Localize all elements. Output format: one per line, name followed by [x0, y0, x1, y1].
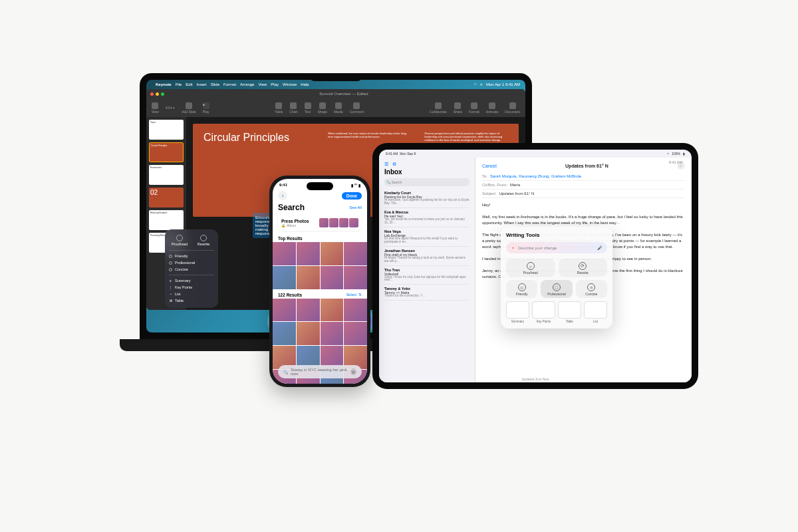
window-maximize-button[interactable] — [161, 92, 164, 96]
concise-button[interactable]: ≡Concise — [576, 280, 607, 298]
concise-option[interactable]: Concise — [169, 266, 214, 273]
photo-thumbnail[interactable] — [321, 266, 344, 289]
results-count-label: 122 Results — [278, 293, 302, 297]
mail-list-item[interactable]: Jonathan BensenFirst draft of my thesisH… — [384, 247, 469, 266]
sidebar-toggle-icon[interactable]: ☰ — [384, 162, 388, 167]
app-name[interactable]: Keynote — [156, 82, 172, 86]
clear-search-button[interactable]: ✕ — [350, 368, 356, 375]
photo-thumbnail[interactable] — [344, 266, 367, 289]
photo-thumbnail[interactable] — [297, 266, 320, 289]
slide-thumb[interactable]: 02 — [149, 188, 184, 207]
friendly-option[interactable]: Friendly — [169, 253, 214, 259]
toolbar-media[interactable]: Media — [334, 102, 343, 114]
list-option[interactable]: ⦁List — [169, 291, 214, 297]
menubar-slide[interactable]: Slide — [211, 82, 219, 86]
list-card[interactable]: List — [584, 301, 607, 323]
toolbar-text[interactable]: Text — [305, 102, 311, 114]
menubar-arrange[interactable]: Arrange — [240, 82, 254, 86]
menubar-edit[interactable]: Edit — [186, 82, 192, 86]
photo-thumbnail[interactable] — [297, 322, 320, 345]
window-minimize-button[interactable] — [156, 92, 159, 96]
menubar-view[interactable]: View — [258, 82, 267, 86]
album-thumb — [349, 218, 358, 227]
proofread-button[interactable]: ⌕Proofread — [506, 259, 555, 277]
table-card[interactable]: Table — [558, 301, 581, 323]
select-button[interactable]: Select ⇅ — [346, 293, 362, 297]
describe-change-input[interactable]: ✦ Describe your change 🎤 — [506, 242, 607, 253]
cancel-button[interactable]: Cancel — [482, 164, 497, 168]
photo-thumbnail[interactable] — [344, 299, 367, 322]
subject-field[interactable]: Subject:Updates from 61° N — [482, 190, 685, 198]
wifi-icon[interactable]: ⌔ — [474, 82, 477, 86]
toolbar-chart[interactable]: Chart — [289, 102, 297, 114]
table-option[interactable]: ⊞Table — [169, 297, 214, 304]
window-close-button[interactable] — [150, 92, 154, 96]
photo-thumbnail[interactable] — [297, 242, 320, 265]
menubar-play[interactable]: Play — [271, 82, 279, 86]
mail-list-item[interactable]: Eva & MarcusHe said Yes!Yes, we would be… — [384, 208, 469, 227]
control-center-icon[interactable]: ⎋ — [480, 82, 483, 86]
photo-thumbnail[interactable] — [321, 299, 344, 322]
back-button[interactable]: ‹ — [278, 191, 287, 200]
menubar-help[interactable]: Help — [301, 82, 309, 86]
menubar-format[interactable]: Format — [223, 82, 236, 86]
slide-thumb[interactable]: Circular Principles — [149, 142, 184, 162]
key-points-card[interactable]: Key Points — [532, 301, 555, 323]
menubar-file[interactable]: File — [176, 82, 182, 86]
cc-field[interactable]: Cc/Bcc, From:Maria — [482, 181, 685, 190]
summary-option[interactable]: ≡Summary — [169, 277, 214, 284]
photo-thumbnail[interactable] — [297, 299, 320, 322]
album-result-card[interactable]: Press Photos 🔒Album — [278, 215, 362, 231]
slide-thumb[interactable]: Topics — [149, 120, 184, 140]
slide-title[interactable]: Circular Principles — [203, 132, 315, 144]
slide-thumb[interactable]: Environment — [149, 165, 184, 185]
battery-percent: 100% — [672, 152, 680, 156]
toolbar-play[interactable]: ▶Play — [203, 102, 209, 114]
mail-list-item[interactable]: Kimberly CourtPacking list for Doyle Bay… — [384, 189, 469, 208]
summary-card[interactable]: Summary — [506, 301, 529, 323]
mail-list-item[interactable]: Tammy & YokoTammy <> MariaThanks for the… — [384, 285, 469, 301]
photo-thumbnail[interactable] — [273, 266, 296, 289]
toolbar-comment[interactable]: Comment — [350, 102, 364, 114]
friendly-button[interactable]: ☺Friendly — [506, 280, 537, 298]
rewrite-button[interactable]: Rewrite — [193, 233, 214, 247]
toolbar-add-slide[interactable]: Add Slide — [182, 102, 196, 114]
photo-thumbnail[interactable] — [273, 242, 296, 265]
see-all-button[interactable]: See All — [349, 205, 362, 209]
menubar-window[interactable]: Window — [283, 82, 297, 86]
mic-icon[interactable]: 🎤 — [597, 245, 602, 250]
to-field[interactable]: To:Sarah Murguia, Xiaomeng Zhong, Graham… — [482, 172, 685, 181]
filter-icon[interactable]: ⚙ — [392, 162, 396, 167]
mail-list-item[interactable]: Noa VegaLab ExchangeIt's that time again… — [384, 227, 469, 247]
photo-thumbnail[interactable] — [344, 242, 367, 265]
rewrite-button[interactable]: ⟳Rewrite — [559, 259, 608, 277]
menubar-insert[interactable]: Insert — [197, 82, 207, 86]
slide-thumb[interactable]: Reducing Footprint — [149, 210, 184, 230]
toolbar-animate[interactable]: Animate — [486, 102, 498, 114]
photo-thumbnail[interactable] — [321, 322, 344, 345]
mail-list-item[interactable]: Thu TranVolleyballGang, I know it's only… — [384, 266, 469, 285]
wifi-icon: ⌔ — [667, 152, 669, 156]
professional-option[interactable]: Professional — [169, 259, 214, 266]
mail-search-field[interactable]: 🔍 Search — [384, 178, 469, 186]
photo-thumbnail[interactable] — [273, 299, 296, 322]
menubar-datetime[interactable]: Mon Apr 1 9:41 AM — [486, 82, 520, 86]
done-button[interactable]: Done — [342, 192, 362, 200]
photo-thumbnail[interactable] — [344, 322, 367, 345]
toolbar-view[interactable]: View — [152, 102, 159, 114]
key-points-option[interactable]: ⋮Key Points — [169, 284, 214, 291]
proofread-button[interactable]: Proofread — [169, 233, 190, 247]
toolbar-format[interactable]: Format — [469, 102, 479, 114]
photo-thumbnail[interactable] — [321, 242, 344, 265]
sort-icon[interactable]: ⇅ — [358, 293, 362, 297]
photo-thumbnail[interactable] — [273, 322, 296, 345]
toolbar-zoom[interactable]: 41% ▾ — [166, 106, 175, 110]
photos-search-field[interactable]: 🔍 Stacey in NYC wearing her pink coat ✕ — [278, 365, 362, 378]
smile-icon: ☺ — [518, 283, 526, 291]
toolbar-shape[interactable]: Shape — [318, 102, 327, 114]
toolbar-share[interactable]: Share — [454, 102, 462, 114]
professional-button[interactable]: □Professional — [541, 280, 572, 298]
toolbar-collaborate[interactable]: Collaborate — [430, 102, 447, 114]
toolbar-document[interactable]: Document — [505, 102, 520, 114]
toolbar-table[interactable]: Table — [275, 102, 283, 114]
